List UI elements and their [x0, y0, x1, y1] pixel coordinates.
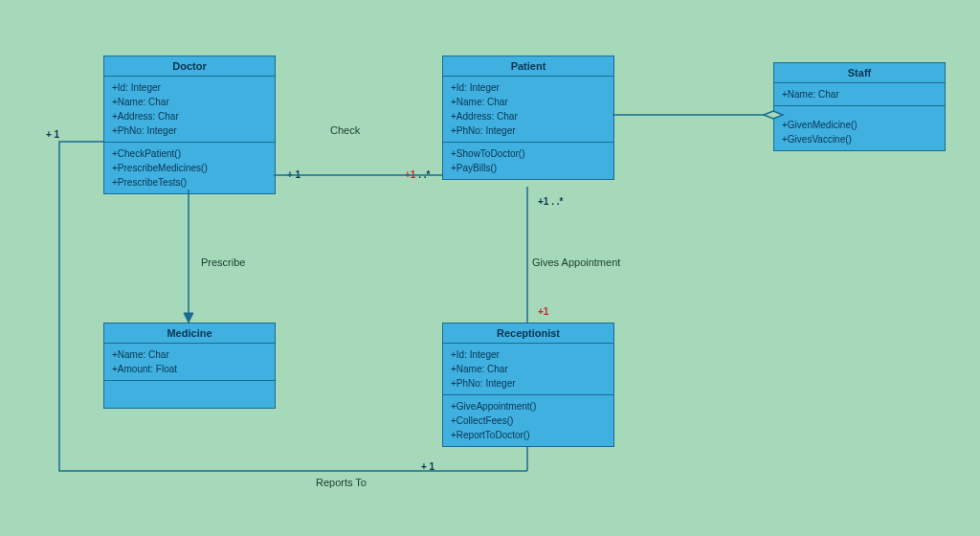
class-attrs: +Name: Char +Amount: Float — [104, 344, 275, 381]
class-patient: Patient +Id: Integer +Name: Char +Addres… — [442, 56, 614, 180]
mult-patient-appt: +1 . .* — [538, 196, 563, 207]
class-attrs: +Id: Integer +Name: Char +Address: Char … — [443, 77, 613, 143]
class-ops: +CheckPatient() +PrescribeMedicines() +P… — [104, 143, 275, 193]
label-reports-to: Reports To — [316, 477, 367, 488]
mult-doctor-check: + 1 — [287, 169, 301, 180]
class-title: Staff — [774, 63, 945, 83]
class-title: Medicine — [104, 324, 275, 344]
mult-doctor-reports: + 1 — [46, 129, 59, 140]
label-prescribe: Prescribe — [201, 257, 245, 268]
class-attrs: +Id: Integer +Name: Char +Address: Char … — [104, 77, 275, 143]
class-attrs: +Name: Char — [774, 83, 945, 106]
mult-patient-check: +1 . .* — [405, 169, 430, 180]
class-title: Patient — [443, 56, 613, 77]
label-gives-appointment: Gives Appointment — [532, 257, 620, 268]
label-check: Check — [330, 124, 360, 136]
class-ops: +GiveAppointment() +CollectFees() +Repor… — [443, 395, 613, 446]
class-ops: +ShowToDoctor() +PayBills() — [443, 143, 613, 179]
class-medicine: Medicine +Name: Char +Amount: Float — [103, 323, 276, 409]
class-ops: +GivenMedicine() +GivesVaccine() — [774, 106, 945, 150]
class-receptionist: Receptionist +Id: Integer +Name: Char +P… — [442, 323, 614, 447]
class-title: Doctor — [104, 56, 275, 77]
class-ops — [104, 381, 275, 408]
svg-marker-2 — [184, 313, 193, 323]
class-staff: Staff +Name: Char +GivenMedicine() +Give… — [773, 62, 946, 151]
mult-receptionist-appt: +1 — [538, 306, 548, 317]
class-doctor: Doctor +Id: Integer +Name: Char +Address… — [103, 56, 276, 194]
mult-receptionist-reports: + 1 — [421, 461, 434, 472]
class-attrs: +Id: Integer +Name: Char +PhNo: Integer — [443, 344, 613, 395]
class-title: Receptionist — [443, 324, 613, 344]
